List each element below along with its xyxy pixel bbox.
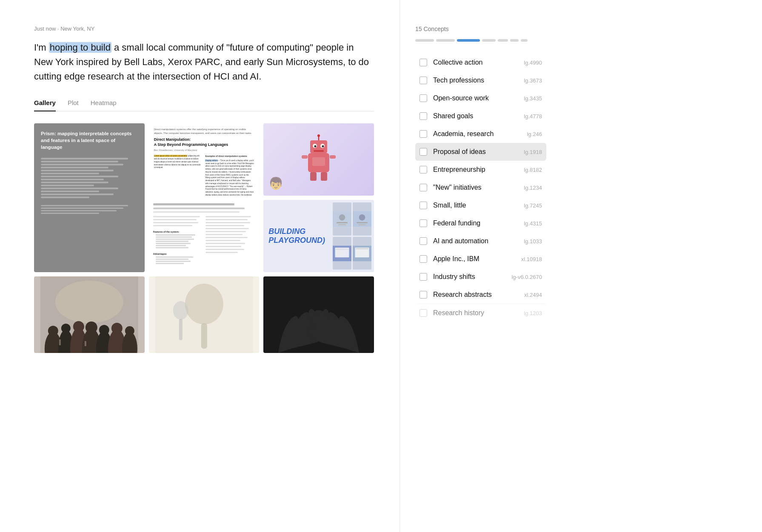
concept-id-12: xl.10918 bbox=[521, 256, 542, 262]
paper-title: Direct Manipulation:A Step Beyond Progra… bbox=[154, 137, 254, 147]
svg-point-49 bbox=[73, 321, 84, 332]
concept-checkbox-15[interactable] bbox=[420, 309, 427, 317]
gallery-item-robot[interactable]: 👦 bbox=[263, 123, 374, 196]
tab-plot[interactable]: Plot bbox=[68, 99, 79, 111]
svg-rect-26 bbox=[336, 251, 345, 252]
concept-checkbox-1[interactable] bbox=[420, 59, 427, 66]
concept-id-15: lg.1203 bbox=[524, 310, 542, 316]
pbar-2 bbox=[436, 39, 455, 42]
concept-item-collective-action[interactable]: Collective action lg.4990 bbox=[415, 54, 546, 71]
concept-item-entrepreneurship[interactable]: Entrepreneurship lg.8182 bbox=[415, 161, 546, 179]
concept-checkbox-11[interactable] bbox=[420, 237, 427, 245]
tab-heatmap[interactable]: Heatmap bbox=[91, 99, 117, 111]
concept-name-2: Tech professions bbox=[433, 77, 520, 84]
concept-checkbox-3[interactable] bbox=[420, 94, 427, 102]
svg-rect-28 bbox=[336, 253, 346, 254]
tabs-bar: Gallery Plot Heatmap bbox=[34, 99, 374, 111]
concept-id-9: lg.7245 bbox=[524, 202, 542, 209]
svg-point-6 bbox=[314, 145, 317, 148]
svg-point-3 bbox=[317, 134, 320, 137]
concept-checkbox-7[interactable] bbox=[420, 166, 427, 174]
svg-rect-13 bbox=[312, 157, 325, 166]
gallery-item-paper-full[interactable]: Features of the system: bbox=[149, 200, 260, 272]
concept-name-1: Collective action bbox=[433, 59, 520, 66]
gallery-grid: Prism: mapping interpretable concepts an… bbox=[34, 123, 374, 353]
concept-name-6: Proposal of ideas bbox=[433, 148, 520, 156]
svg-rect-32 bbox=[356, 248, 368, 249]
gallery-item-crowd[interactable] bbox=[34, 276, 145, 353]
pbar-1 bbox=[415, 39, 434, 42]
tab-gallery[interactable]: Gallery bbox=[34, 99, 56, 111]
concept-id-4: lg.4778 bbox=[524, 113, 542, 119]
concept-checkbox-8[interactable] bbox=[420, 184, 427, 191]
svg-point-59 bbox=[173, 301, 188, 320]
svg-rect-34 bbox=[356, 251, 367, 251]
concept-item-research-abstracts[interactable]: Research abstracts xl.2494 bbox=[415, 286, 546, 304]
concept-item-federal-funding[interactable]: Federal funding lg.4315 bbox=[415, 214, 546, 232]
gallery-item-building[interactable]: BUILDINGPLAYGROUND) bbox=[263, 200, 374, 272]
svg-rect-20 bbox=[357, 222, 368, 223]
concept-checkbox-6[interactable] bbox=[420, 148, 427, 156]
concept-item-proposal[interactable]: Proposal of ideas lg.1918 bbox=[415, 143, 546, 161]
concept-id-8: lg.1234 bbox=[524, 185, 542, 191]
gallery-item-hands[interactable] bbox=[263, 276, 374, 353]
concept-item-open-source[interactable]: Open-source work lg.3435 bbox=[415, 89, 546, 107]
right-panel: 15 Concepts Collective action lg.4990 Te… bbox=[400, 0, 562, 532]
svg-rect-55 bbox=[85, 341, 86, 346]
concept-id-3: lg.3435 bbox=[524, 95, 542, 102]
svg-rect-58 bbox=[201, 323, 207, 349]
concept-item-new-initiatives[interactable]: "New" initiatives lg.1234 bbox=[415, 179, 546, 196]
concept-id-7: lg.8182 bbox=[524, 167, 542, 173]
svg-rect-10 bbox=[330, 155, 336, 159]
concept-item-academia[interactable]: Academia, research lg.246 bbox=[415, 125, 546, 143]
highlight-text: hoping to build bbox=[49, 42, 111, 53]
svg-rect-24 bbox=[336, 249, 348, 250]
svg-point-51 bbox=[99, 325, 109, 335]
robot-svg bbox=[300, 134, 338, 185]
concept-name-8: "New" initiatives bbox=[433, 184, 520, 191]
concepts-header: 15 Concepts bbox=[415, 26, 546, 32]
concept-checkbox-14[interactable] bbox=[420, 291, 427, 299]
svg-point-15 bbox=[339, 214, 345, 221]
concept-id-5: lg.246 bbox=[527, 131, 542, 137]
pbar-7 bbox=[521, 39, 528, 42]
svg-rect-11 bbox=[310, 172, 317, 181]
concept-name-11: AI and automation bbox=[433, 237, 520, 245]
svg-point-50 bbox=[86, 321, 97, 333]
concept-checkbox-9[interactable] bbox=[420, 202, 427, 209]
concept-checkbox-5[interactable] bbox=[420, 130, 427, 138]
concept-checkbox-13[interactable] bbox=[420, 273, 427, 281]
gallery-item-paper[interactable]: Direct manipulation systems offer the sa… bbox=[149, 123, 260, 196]
concept-item-research-history[interactable]: Research history lg.1203 bbox=[415, 304, 546, 322]
prism-title: Prism: mapping interpretable concepts an… bbox=[41, 130, 138, 151]
concept-item-ai-automation[interactable]: AI and automation lg.1033 bbox=[415, 232, 546, 250]
concept-item-tech-professions[interactable]: Tech professions lg.3673 bbox=[415, 71, 546, 89]
concept-checkbox-2[interactable] bbox=[420, 77, 427, 84]
building-thumb-4 bbox=[353, 237, 371, 270]
svg-rect-12 bbox=[321, 172, 327, 181]
concept-item-industry-shifts[interactable]: Industry shifts lg-v6.0.2670 bbox=[415, 268, 546, 286]
gallery-item-prism[interactable]: Prism: mapping interpretable concepts an… bbox=[34, 123, 145, 272]
gallery-item-spoon[interactable] bbox=[149, 276, 260, 353]
building-left: BUILDINGPLAYGROUND) bbox=[263, 200, 330, 272]
svg-point-47 bbox=[48, 326, 58, 336]
building-right bbox=[330, 200, 374, 272]
svg-rect-36 bbox=[356, 253, 363, 254]
concept-checkbox-4[interactable] bbox=[420, 112, 427, 120]
svg-point-57 bbox=[185, 284, 223, 324]
concept-item-small-little[interactable]: Small, little lg.7245 bbox=[415, 196, 546, 214]
paper-author: Ben Shneiderman, University of Maryland bbox=[154, 149, 254, 151]
spoon-svg bbox=[149, 276, 260, 353]
concept-id-6: lg.1918 bbox=[524, 149, 542, 155]
concept-name-7: Entrepreneurship bbox=[433, 166, 520, 174]
concept-item-shared-goals[interactable]: Shared goals lg.4778 bbox=[415, 107, 546, 125]
svg-rect-29 bbox=[336, 255, 344, 255]
svg-rect-33 bbox=[356, 250, 362, 250]
concept-checkbox-10[interactable] bbox=[420, 219, 427, 227]
concept-checkbox-12[interactable] bbox=[420, 255, 427, 263]
concept-name-14: Research abstracts bbox=[433, 291, 521, 299]
building-thumb-1 bbox=[333, 202, 351, 236]
hands-svg bbox=[263, 276, 374, 353]
svg-rect-35 bbox=[356, 252, 364, 253]
concept-item-apple-ibm[interactable]: Apple Inc., IBM xl.10918 bbox=[415, 250, 546, 268]
